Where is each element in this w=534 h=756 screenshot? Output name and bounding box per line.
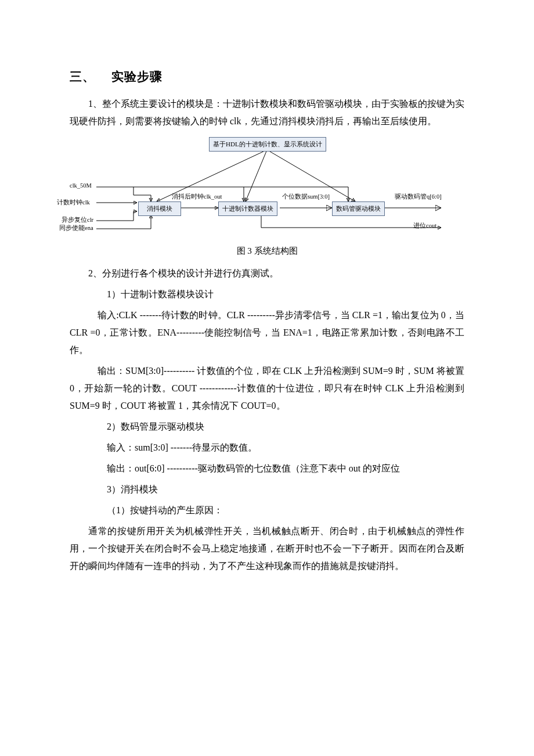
label-clkout: 消抖后时钟clk_out	[172, 193, 222, 201]
paragraph-8: 输出：out[6:0] ----------驱动数码管的七位数值（注意下表中 o…	[70, 460, 464, 477]
heading-title: 实验步骤	[111, 70, 163, 83]
svg-line-1	[246, 150, 267, 201]
label-q: 驱动数码管q[6:0]	[395, 193, 442, 201]
diagram-driver-box: 数码管驱动模块	[332, 201, 385, 216]
diagram-debounce-box: 消抖模块	[138, 201, 181, 216]
paragraph-10: （1）按键抖动的产生原因：	[70, 502, 464, 519]
figure-caption: 图 3 系统结构图	[70, 246, 464, 257]
label-cout: 进位cout	[413, 222, 436, 230]
label-clr: 异步复位clr	[62, 216, 93, 224]
diagram-connectors	[70, 136, 464, 243]
paragraph-2: 2、分别进行各个模块的设计并进行仿真测试。	[70, 265, 464, 282]
paragraph-3: 1）十进制计数器模块设计	[70, 286, 464, 303]
paragraph-6: 2）数码管显示驱动模块	[70, 418, 464, 435]
system-structure-diagram: 基于HDL的十进制计数、显示系统设计 消抖模块 十进制计数器模块 数码管驱动模块…	[70, 136, 464, 243]
label-sum: 个位数据sum[3:0]	[282, 193, 330, 201]
diagram-top-box: 基于HDL的十进制计数、显示系统设计	[209, 137, 326, 152]
page: 三、实验步骤 1、整个系统主要设计的模块是：十进制计数模块和数码管驱动模块，由于…	[0, 0, 534, 756]
label-clk: 计数时钟clk	[57, 199, 90, 207]
label-ena: 同步使能ena	[59, 224, 93, 232]
paragraph-5: 输出：SUM[3:0]---------- 计数值的个位，即在 CLK 上升沿检…	[70, 362, 464, 415]
paragraph-4: 输入:CLK -------待计数的时钟。CLR ---------异步清零信号…	[70, 307, 464, 359]
heading-number: 三、	[70, 70, 95, 83]
label-clk50m: clk_50M	[70, 182, 92, 189]
diagram-counter-box: 十进制计数器模块	[218, 201, 277, 216]
paragraph-9: 3）消抖模块	[70, 481, 464, 498]
section-heading: 三、实验步骤	[70, 69, 464, 85]
paragraph-11: 通常的按键所用开关为机械弹性开关，当机械触点断开、闭合时，由于机械触点的弹性作用…	[70, 523, 464, 575]
paragraph-1: 1、整个系统主要设计的模块是：十进制计数模块和数码管驱动模块，由于实验板的按键为…	[70, 95, 464, 130]
paragraph-7: 输入：sum[3:0] -------待显示的数值。	[70, 439, 464, 456]
